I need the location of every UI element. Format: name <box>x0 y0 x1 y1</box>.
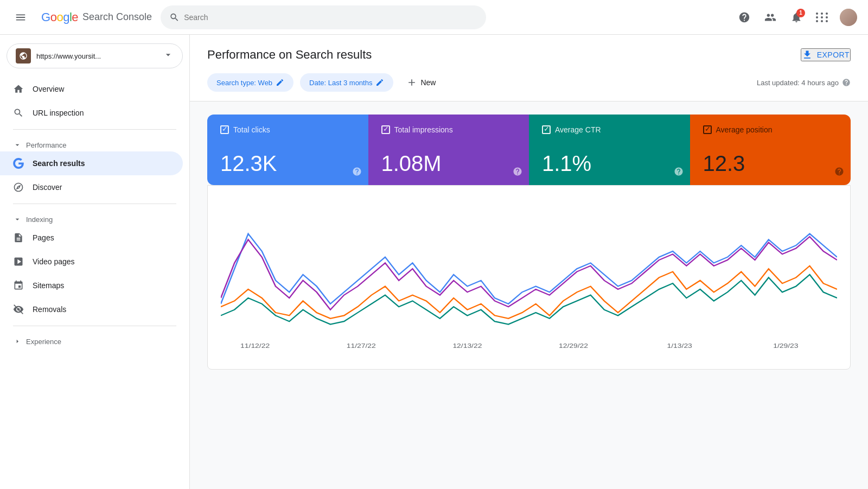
export-button[interactable]: EXPORT <box>801 48 851 61</box>
edit-date-icon <box>375 78 384 87</box>
apps-button[interactable] <box>812 7 833 28</box>
average-ctr-card[interactable]: Average CTR 1.1% <box>529 115 690 185</box>
date-label: Date: Last 3 months <box>309 79 372 87</box>
sidebar-item-sitemaps[interactable]: Sitemaps <box>0 274 183 297</box>
sidebar-item-label-search-results: Search results <box>33 159 85 168</box>
search-input[interactable] <box>184 13 477 22</box>
avatar-image <box>840 9 857 26</box>
sidebar-item-label-removals: Removals <box>33 305 66 314</box>
divider-1 <box>13 129 176 130</box>
total-impressions-card[interactable]: Total impressions 1.08M <box>368 115 529 185</box>
last-updated: Last updated: 4 hours ago <box>757 78 851 87</box>
search-icon <box>169 12 180 23</box>
sidebar-item-url-inspection[interactable]: URL inspection <box>0 101 183 125</box>
download-icon <box>802 49 813 60</box>
google-g-icon <box>13 158 24 169</box>
sitemaps-icon <box>13 280 24 291</box>
sidebar-item-label-sitemaps: Sitemaps <box>33 281 64 290</box>
google-wordmark: Google <box>41 10 78 24</box>
average-position-help[interactable] <box>834 167 844 179</box>
sidebar-section-indexing[interactable]: Indexing <box>0 208 189 226</box>
average-ctr-label-row: Average CTR <box>542 125 677 134</box>
sidebar-item-discover[interactable]: Discover <box>0 175 183 199</box>
help-circle-icon <box>842 78 851 87</box>
total-clicks-help[interactable] <box>352 167 362 179</box>
metric-cards: Total clicks 12.3K Total impressions 1.0… <box>207 115 851 185</box>
total-impressions-help[interactable] <box>513 167 522 179</box>
account-management-button[interactable] <box>760 7 781 28</box>
chevron-down-icon <box>163 49 174 62</box>
search-type-filter[interactable]: Search type: Web <box>207 73 293 92</box>
site-url-label: https://www.yoursit... <box>36 52 157 60</box>
total-impressions-label: Total impressions <box>394 125 453 134</box>
svg-text:12/13/22: 12/13/22 <box>452 342 482 350</box>
total-clicks-label: Total clicks <box>233 125 270 134</box>
total-impressions-label-row: Total impressions <box>381 125 516 134</box>
svg-text:12/29/22: 12/29/22 <box>559 342 588 350</box>
edit-icon <box>276 78 284 87</box>
average-position-label-row: Average position <box>703 125 838 134</box>
average-position-label: Average position <box>716 125 773 134</box>
average-ctr-checkbox <box>542 125 551 134</box>
total-clicks-checkbox <box>220 125 229 134</box>
sidebar-item-label-pages: Pages <box>33 233 54 242</box>
sidebar-item-label-video-pages: Video pages <box>33 257 75 266</box>
total-clicks-card[interactable]: Total clicks 12.3K <box>207 115 368 185</box>
average-ctr-help[interactable] <box>674 167 684 179</box>
home-icon <box>13 84 24 94</box>
sidebar-item-removals[interactable]: Removals <box>0 297 183 321</box>
help-icon-ctr <box>674 167 684 176</box>
average-position-card[interactable]: Average position 12.3 <box>690 115 851 185</box>
site-selector[interactable]: https://www.yoursit... <box>7 43 183 68</box>
search-bar[interactable] <box>161 5 486 29</box>
new-filter-button[interactable]: New <box>400 73 442 92</box>
app-header: Google Search Console 1 <box>0 0 868 35</box>
svg-text:11/27/22: 11/27/22 <box>347 342 376 350</box>
svg-text:11/12/22: 11/12/22 <box>240 342 270 350</box>
video-pages-icon <box>13 256 24 267</box>
people-icon <box>764 11 776 23</box>
average-position-checkbox <box>703 125 712 134</box>
total-impressions-value: 1.08M <box>381 153 516 174</box>
account-button[interactable] <box>838 7 859 28</box>
help-icon-impressions <box>513 167 522 176</box>
add-icon <box>406 77 417 88</box>
discover-icon <box>13 182 24 193</box>
chevron-down-section-icon <box>13 141 22 149</box>
apps-grid-icon <box>816 12 829 22</box>
svg-text:1/13/23: 1/13/23 <box>667 342 692 350</box>
divider-2 <box>13 204 176 204</box>
pages-icon <box>13 232 24 243</box>
avatar <box>840 9 857 26</box>
product-name: Search Console <box>82 11 152 23</box>
filters-row: Search type: Web Date: Last 3 months New… <box>207 73 851 101</box>
sidebar-section-performance[interactable]: Performance <box>0 134 189 151</box>
average-ctr-label: Average CTR <box>555 125 601 134</box>
sidebar-item-search-results[interactable]: Search results <box>0 151 183 175</box>
last-updated-text: Last updated: 4 hours ago <box>757 79 839 87</box>
main-layout: https://www.yoursit... Overview URL insp… <box>0 35 868 489</box>
help-icon-clicks <box>352 167 362 176</box>
content-header: Performance on Search results EXPORT Sea… <box>190 35 868 101</box>
sidebar-item-overview[interactable]: Overview <box>0 77 183 101</box>
help-button[interactable] <box>733 7 755 28</box>
sidebar-section-label-performance: Performance <box>26 141 66 149</box>
sidebar-item-video-pages[interactable]: Video pages <box>0 250 183 274</box>
sidebar-item-label-discover: Discover <box>33 183 62 192</box>
sidebar-section-label-experience: Experience <box>26 338 61 346</box>
new-label: New <box>420 78 436 87</box>
notifications-button[interactable]: 1 <box>786 7 807 28</box>
notification-badge: 1 <box>796 9 805 17</box>
sidebar: https://www.yoursit... Overview URL insp… <box>0 35 190 489</box>
menu-button[interactable] <box>9 5 33 29</box>
date-filter[interactable]: Date: Last 3 months <box>300 73 393 92</box>
sidebar-section-experience[interactable]: Experience <box>0 331 189 348</box>
divider-3 <box>13 326 176 326</box>
page-title: Performance on Search results <box>207 48 372 62</box>
sidebar-item-pages[interactable]: Pages <box>0 226 183 250</box>
app-logo: Google Search Console <box>41 10 152 24</box>
header-actions: 1 <box>733 7 859 28</box>
svg-text:1/29/23: 1/29/23 <box>773 342 798 350</box>
help-icon <box>738 11 750 23</box>
total-impressions-checkbox <box>381 125 390 134</box>
